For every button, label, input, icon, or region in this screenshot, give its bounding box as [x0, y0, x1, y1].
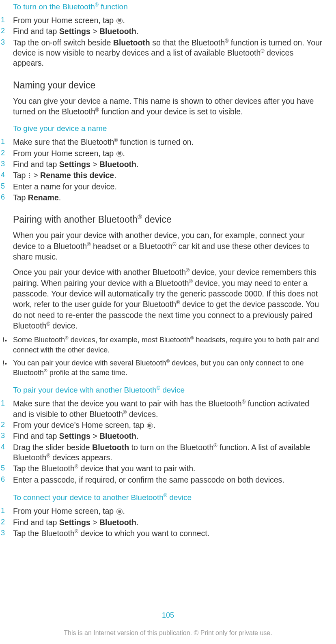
step-text: Drag the slider beside Bluetooth to turn… [13, 442, 324, 463]
apps-icon [116, 18, 123, 24]
note-1: Some Bluetooth® devices, for example, mo… [0, 335, 324, 355]
steps-turn-on: 1 From your Home screen, tap . 2 Find an… [0, 15, 324, 69]
step-number: 4 [0, 442, 13, 463]
apps-icon [116, 509, 123, 515]
steps-give-name: 1 Make sure that the Bluetooth® function… [0, 137, 324, 203]
step-number: 6 [0, 475, 13, 485]
step-text: Tap the Bluetooth® device that you want … [13, 464, 324, 474]
step-text: Make sure that the Bluetooth® function i… [13, 137, 324, 147]
step-text: From your Home screen, tap . [13, 15, 324, 26]
note-2: You can pair your device with several Bl… [0, 358, 324, 378]
list-item: 5 Enter a name for your device. [0, 182, 324, 192]
section-heading-pairing: Pairing with another Bluetooth® device [13, 214, 324, 225]
step-number: 1 [0, 399, 13, 419]
note-text: Some Bluetooth® devices, for example, mo… [13, 335, 324, 355]
task-heading-turn-on: To turn on the Bluetooth® function [13, 2, 324, 11]
step-number: 2 [0, 148, 13, 159]
list-item: 1 Make sure that the Bluetooth® function… [0, 137, 324, 147]
step-text: Enter a passcode, if required, or confir… [13, 475, 324, 485]
paragraph-naming: You can give your device a name. This na… [13, 96, 324, 117]
step-number: 4 [0, 170, 13, 180]
step-text: From your Home screen, tap . [13, 148, 324, 159]
note-icon [0, 358, 13, 378]
list-item: 1 From your Home screen, tap . [0, 506, 324, 516]
step-number: 2 [0, 517, 13, 528]
step-number: 3 [0, 431, 13, 441]
task-heading-connect: To connect your device to another Blueto… [13, 493, 324, 502]
list-item: 1 Make sure that the device you want to … [0, 399, 324, 419]
step-number: 3 [0, 38, 13, 69]
list-item: 6 Tap Rename. [0, 193, 324, 203]
footer-text: This is an Internet version of this publ… [0, 629, 336, 637]
step-number: 5 [0, 464, 13, 474]
list-item: 6 Enter a passcode, if required, or conf… [0, 475, 324, 485]
note-icon [0, 335, 13, 355]
note-text: You can pair your device with several Bl… [13, 358, 324, 378]
list-item: 2 From your Home screen, tap . [0, 148, 324, 159]
step-text: From your Home screen, tap . [13, 506, 324, 516]
step-number: 1 [0, 506, 13, 516]
step-text: Tap > Rename this device. [13, 170, 324, 180]
step-number: 1 [0, 15, 13, 26]
list-item: 2 Find and tap Settings > Bluetooth. [0, 517, 324, 528]
task-heading-pair: To pair your device with another Bluetoo… [13, 386, 324, 395]
step-number: 2 [0, 420, 13, 430]
more-icon [29, 173, 30, 178]
section-heading-naming: Naming your device [13, 80, 324, 91]
step-number: 1 [0, 137, 13, 147]
list-item: 2 Find and tap Settings > Bluetooth. [0, 26, 324, 36]
list-item: 3 Find and tap Settings > Bluetooth. [0, 431, 324, 441]
task-heading-give-name: To give your device a name [13, 124, 324, 133]
step-text: Enter a name for your device. [13, 182, 324, 192]
page-content: To turn on the Bluetooth® function 1 Fro… [0, 0, 336, 539]
steps-pair: 1 Make sure that the device you want to … [0, 399, 324, 485]
step-text: Find and tap Settings > Bluetooth. [13, 431, 324, 441]
step-text: Find and tap Settings > Bluetooth. [13, 517, 324, 528]
step-text: Make sure that the device you want to pa… [13, 399, 324, 419]
step-text: Tap the Bluetooth® device to which you w… [13, 528, 324, 539]
list-item: 5 Tap the Bluetooth® device that you wan… [0, 464, 324, 474]
list-item: 3 Find and tap Settings > Bluetooth. [0, 159, 324, 170]
list-item: 4 Tap > Rename this device. [0, 170, 324, 180]
steps-connect: 1 From your Home screen, tap . 2 Find an… [0, 506, 324, 539]
paragraph-pairing-2: Once you pair your device with another B… [13, 267, 324, 331]
list-item: 4 Drag the slider beside Bluetooth to tu… [0, 442, 324, 463]
list-item: 3 Tap the on-off switch beside Bluetooth… [0, 38, 324, 69]
list-item: 1 From your Home screen, tap . [0, 15, 324, 26]
step-number: 3 [0, 159, 13, 170]
list-item: 2 From your device's Home screen, tap . [0, 420, 324, 430]
step-text: Find and tap Settings > Bluetooth. [13, 159, 324, 170]
step-text: Find and tap Settings > Bluetooth. [13, 26, 324, 36]
paragraph-pairing-1: When you pair your device with another d… [13, 230, 324, 262]
page-number: 105 [0, 611, 336, 620]
step-text: Tap the on-off switch beside Bluetooth s… [13, 38, 324, 69]
step-number: 3 [0, 528, 13, 539]
step-text: From your device's Home screen, tap . [13, 420, 324, 430]
list-item: 3 Tap the Bluetooth® device to which you… [0, 528, 324, 539]
step-number: 5 [0, 182, 13, 192]
step-number: 2 [0, 26, 13, 36]
apps-icon [147, 423, 153, 429]
step-text: Tap Rename. [13, 193, 324, 203]
apps-icon [116, 151, 123, 157]
step-number: 6 [0, 193, 13, 203]
